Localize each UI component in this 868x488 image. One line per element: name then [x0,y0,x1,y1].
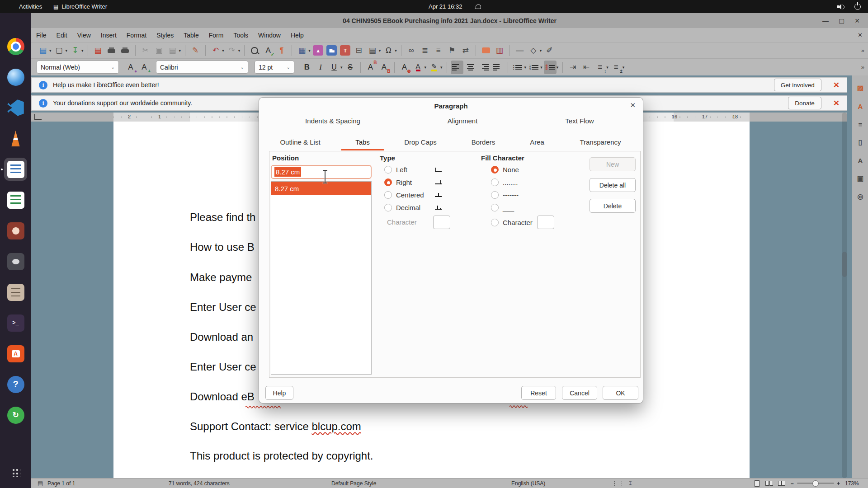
cancel-button[interactable]: Cancel [562,386,597,400]
tab-outline-list[interactable]: Outline & List [280,138,320,146]
insert-field-dropdown-icon[interactable]: ▾ [379,48,381,53]
unordered-list-dropdown-icon[interactable]: ▾ [524,65,527,70]
overwrite-mode-icon[interactable]: ⌶ [629,479,632,488]
open-file-dropdown-icon[interactable]: ▾ [66,48,68,53]
clear-formatting-button[interactable]: A⊗ [398,61,411,74]
font-color-button[interactable]: A [412,61,425,74]
reset-button[interactable]: Reset [521,386,556,400]
dock-terminal-icon[interactable]: >_ [4,311,27,334]
fill-radio-[interactable]: ........ [491,177,518,187]
show-applications-icon[interactable] [4,460,27,483]
align-right-button[interactable] [478,61,491,74]
fill-radio-none[interactable]: None [491,164,519,174]
spelling-button[interactable]: A✓ [262,44,274,57]
vertical-scrollbar[interactable] [842,113,847,478]
maximize-button[interactable]: ▢ [839,17,844,24]
get-involved-button[interactable]: Get involved [774,79,821,91]
power-icon[interactable] [854,0,861,13]
decrease-indent-button[interactable]: ⇤ [580,61,593,74]
subscript-button[interactable]: AB [378,61,391,74]
redo-dropdown-icon[interactable]: ▾ [238,48,241,53]
highlighting-color-dropdown-icon[interactable]: ▾ [440,65,443,70]
dock-ubuntu-software-icon[interactable] [4,342,27,365]
ok-button[interactable]: OK [603,386,638,400]
menu-view[interactable]: View [72,28,96,42]
tab-transparency[interactable]: Transparency [580,138,621,146]
tab-drop-caps[interactable]: Drop Caps [404,138,437,146]
menu-format[interactable]: Format [122,28,151,42]
print-preview-icon[interactable] [119,44,132,57]
new-tab-button[interactable]: New [590,157,636,171]
type-radio-centered[interactable]: Centered [384,190,424,200]
word-count[interactable]: 71 words, 424 characters [169,479,230,488]
delete-button[interactable]: Delete [590,199,636,213]
strikethrough-button[interactable]: S [344,61,357,74]
tab-borders[interactable]: Borders [472,138,495,146]
page-style[interactable]: Default Page Style [331,479,376,488]
help-button[interactable]: Help [265,386,293,400]
superscript-button[interactable]: AB [364,61,377,74]
align-left-button[interactable] [451,61,463,74]
paragraph-style-select-dropdown-icon[interactable]: ⌄ [111,65,115,70]
font-name-select-dropdown-icon[interactable]: ⌄ [241,65,244,70]
align-center-button[interactable] [464,61,477,74]
sidebar-settings-icon[interactable]: ≡ [852,118,868,131]
underline-dropdown-icon[interactable]: ▾ [340,65,343,70]
save-button[interactable]: ↧ [69,44,81,57]
zoom-out-button[interactable]: – [791,479,794,488]
document-modified-icon[interactable]: ▤ [38,479,43,488]
open-file-button[interactable]: ▢ [53,44,66,57]
bold-button[interactable]: B [301,61,313,74]
increase-indent-button[interactable]: ⇥ [566,61,579,74]
export-pdf-button[interactable]: ▤ [92,44,104,57]
undo-button[interactable]: ↶ [209,44,222,57]
fill-radio-[interactable]: ------- [491,190,519,200]
insert-text-box-button[interactable]: T [339,44,352,57]
fill-character-input[interactable] [537,216,554,229]
navigator-deck-icon[interactable]: ◎ [852,190,868,203]
dock-vlc-icon[interactable] [4,127,27,150]
gallery-deck-icon[interactable]: ▣ [852,172,868,185]
copy-button[interactable]: ▣ [153,44,165,57]
dialog-close-icon[interactable]: ✕ [630,101,636,109]
close-document-button[interactable]: ✕ [858,28,863,42]
donate-button[interactable]: Donate [788,97,821,109]
dock-gimp-icon[interactable] [4,250,27,273]
active-app-indicator[interactable]: ▤ LibreOffice Writer [53,0,107,13]
tab-area[interactable]: Area [530,138,544,146]
toolbar-overflow-icon[interactable]: » [861,47,864,54]
dock-libreoffice-calc-icon[interactable] [4,188,27,211]
dock-libreoffice-writer-icon[interactable] [4,158,27,181]
infobar-close-icon[interactable]: ✕ [833,80,840,90]
insert-endnote-button[interactable]: ≡ [432,44,445,57]
window-titlebar[interactable]: 04 CHIN9505 EBook Purchasing info 2021 J… [31,13,868,28]
type-radio-left[interactable]: Left [384,164,407,174]
redo-button[interactable]: ↷ [226,44,238,57]
highlighting-color-button[interactable]: ✎ [428,61,440,74]
properties-deck-icon[interactable]: ▨ [852,82,868,94]
type-character-input[interactable] [433,216,450,229]
style-inspector-icon[interactable]: A [852,154,868,167]
insert-footnote-button[interactable]: ≣ [419,44,431,57]
selection-mode-icon[interactable] [614,479,622,488]
update-style-button[interactable]: A● [124,61,137,74]
scrollbar-thumb[interactable] [842,252,847,277]
horizontal-line-button[interactable]: — [514,44,526,57]
track-changes-button[interactable]: ▥ [493,44,506,57]
paste-dropdown-icon[interactable]: ▾ [179,48,181,53]
type-radio-right[interactable]: Right [384,177,412,187]
tab-tabs[interactable]: Tabs [355,138,370,146]
font-size-select-dropdown-icon[interactable]: ⌄ [287,65,290,70]
tab-position-list[interactable]: 8.27 cm [271,181,372,375]
menu-window[interactable]: Window [253,28,286,42]
view-multi-page-icon[interactable] [765,479,774,488]
menu-form[interactable]: Form [204,28,229,42]
font-name-select[interactable]: Calibri⌄ [156,61,248,74]
zoom-level[interactable]: 173% [845,479,859,488]
menu-insert[interactable]: Insert [96,28,122,42]
print-icon[interactable] [105,44,118,57]
tab-stop-selector-icon[interactable] [34,114,42,120]
dock-timeshift-icon[interactable]: ↻ [4,404,27,427]
dock-libreoffice-impress-icon[interactable] [4,219,27,242]
insert-field-button[interactable]: ▤ [366,44,379,57]
